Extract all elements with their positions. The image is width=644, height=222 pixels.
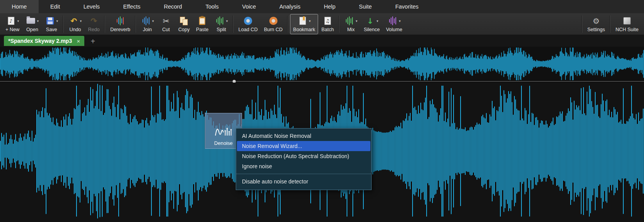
dropdown-arrow-icon[interactable]: ▾ — [56, 19, 58, 23]
dropdown-arrow-icon[interactable]: ▾ — [152, 19, 154, 23]
save-icon — [45, 16, 55, 26]
dereverb-button[interactable]: Dereverb — [107, 14, 133, 34]
dropdown-arrow-icon[interactable]: ▾ — [356, 19, 358, 23]
toolbar-separator — [105, 16, 105, 33]
icon-row: ♫ — [322, 16, 333, 26]
save-button[interactable]: ▾Save — [42, 14, 61, 34]
icon-row — [179, 16, 189, 26]
icon-row — [115, 16, 125, 26]
menubar: HomeEditLevelsEffectsRecordToolsVoiceAna… — [0, 0, 644, 13]
menu-item-ignore-noise[interactable]: Ignore noise — [237, 161, 370, 171]
menu-help[interactable]: Help — [312, 0, 347, 13]
icon-row — [243, 16, 253, 26]
button-label: Paste — [196, 27, 208, 32]
dropdown-arrow-icon[interactable]: ▾ — [80, 19, 82, 23]
menu-item-disable-auto-noise-detector[interactable]: Disable auto noise detector — [237, 176, 370, 187]
dropdown-arrow-icon[interactable]: ▾ — [377, 19, 379, 23]
toolbar-separator — [233, 16, 233, 33]
icon-row: ↶▾ — [69, 16, 82, 26]
loadcd-icon — [243, 16, 253, 26]
new-button[interactable]: ♪▾+ New — [2, 14, 23, 34]
button-label: + New — [5, 27, 20, 32]
dropdown-arrow-icon[interactable]: ▾ — [37, 19, 39, 23]
button-label: Join — [143, 27, 152, 32]
add-tab-button[interactable]: + — [91, 37, 95, 45]
join-button[interactable]: ▾Join — [138, 14, 157, 34]
tab-close-icon[interactable]: × — [76, 38, 80, 44]
bookmark-icon — [297, 16, 308, 26]
button-label: NCH Suite — [616, 27, 639, 32]
icon-row: ▾ — [141, 16, 154, 26]
menu-home[interactable]: Home — [0, 0, 39, 13]
denoise-icon — [215, 126, 233, 138]
button-label: Undo — [69, 27, 81, 32]
button-label: Settings — [587, 27, 605, 32]
menu-record[interactable]: Record — [152, 0, 194, 13]
paste-button[interactable]: Paste — [193, 14, 212, 34]
menu-levels[interactable]: Levels — [72, 0, 112, 13]
menu-analysis[interactable]: Analysis — [268, 0, 312, 13]
silence-button[interactable]: ↓▾Silence — [361, 14, 383, 34]
icon-row: ▾ — [388, 16, 401, 26]
redo-icon: ↷ — [89, 16, 99, 26]
batch-button[interactable]: ♫Batch — [318, 14, 337, 34]
volume-button[interactable]: ▾Volume — [383, 14, 406, 34]
icon-row: ✂ — [161, 16, 171, 26]
icon-row: ♪▾ — [6, 16, 19, 26]
batch-icon: ♫ — [322, 16, 333, 26]
menu-voice[interactable]: Voice — [230, 0, 267, 13]
tab-bar: *Spandex Skyway 2.mp3 × + — [0, 35, 644, 47]
denoise-label: Denoise — [214, 140, 233, 146]
dropdown-arrow-icon[interactable]: ▾ — [17, 19, 19, 23]
cut-button[interactable]: ✂Cut — [157, 14, 175, 34]
mix-button[interactable]: ▾Mix — [341, 14, 361, 34]
icon-row: ▾ — [215, 16, 228, 26]
paste-icon — [197, 16, 207, 26]
menu-suite[interactable]: Suite — [347, 0, 384, 13]
toolbar-separator — [582, 16, 582, 33]
button-label: Load CD — [238, 27, 258, 32]
waveform-overview[interactable] — [0, 47, 644, 81]
dropdown-arrow-icon[interactable]: ▾ — [309, 19, 311, 23]
icon-row — [197, 16, 207, 26]
split-button[interactable]: ▾Split — [212, 14, 231, 34]
open-button[interactable]: ▾Open — [23, 14, 42, 34]
undo-button[interactable]: ↶▾Undo — [66, 14, 85, 34]
copy-icon — [179, 16, 189, 26]
icon-row — [268, 16, 278, 26]
menu-edit[interactable]: Edit — [39, 0, 72, 13]
file-tab[interactable]: *Spandex Skyway 2.mp3 × — [4, 36, 84, 46]
menu-item-ai-automatic-noise-removal[interactable]: AI Automatic Noise Removal — [237, 131, 370, 141]
button-label: Mix — [347, 27, 354, 32]
menu-effects[interactable]: Effects — [112, 0, 152, 13]
nch-icon — [622, 16, 632, 26]
toolbar: ♪▾+ New▾Open▾Save↶▾Undo↷RedoDereverb▾Joi… — [0, 13, 644, 35]
load-cd-button[interactable]: Load CD — [235, 14, 261, 34]
nch-suite-button[interactable]: NCH Suite — [612, 14, 642, 34]
dropdown-arrow-icon[interactable]: ▾ — [399, 19, 401, 23]
menu-tools[interactable]: Tools — [194, 0, 230, 13]
button-label: Batch — [321, 27, 334, 32]
settings-icon: ⚙ — [591, 16, 601, 26]
toolbar-separator — [610, 16, 610, 33]
menu-item-noise-removal-wizard[interactable]: Noise Removal Wizard... — [237, 141, 370, 151]
dereverb-icon — [115, 16, 125, 26]
redo-button[interactable]: ↷Redo — [85, 14, 103, 34]
button-label: Bookmark — [293, 27, 315, 32]
wavepad-window: HomeEditLevelsEffectsRecordToolsVoiceAna… — [0, 0, 644, 222]
dropdown-arrow-icon[interactable]: ▾ — [226, 19, 228, 23]
settings-button[interactable]: ⚙Settings — [584, 14, 608, 34]
undo-icon: ↶ — [69, 16, 79, 26]
icon-row: ⚙ — [591, 16, 601, 26]
file-tab-label: *Spandex Skyway 2.mp3 — [8, 38, 72, 44]
icon-row — [622, 16, 632, 26]
copy-button[interactable]: Copy — [175, 14, 193, 34]
join-icon — [141, 16, 151, 26]
bookmark-button[interactable]: ▾Bookmark — [290, 14, 318, 34]
open-icon — [26, 16, 36, 26]
burn-cd-button[interactable]: Burn CD — [261, 14, 286, 34]
button-label: Split — [217, 27, 226, 32]
menu-favorites[interactable]: Favorites — [384, 0, 431, 13]
menu-item-noise-reduction-auto-spectral-subtraction[interactable]: Noise Reduction (Auto Spectral Subtracti… — [237, 151, 370, 161]
icon-row: ▾ — [45, 16, 58, 26]
